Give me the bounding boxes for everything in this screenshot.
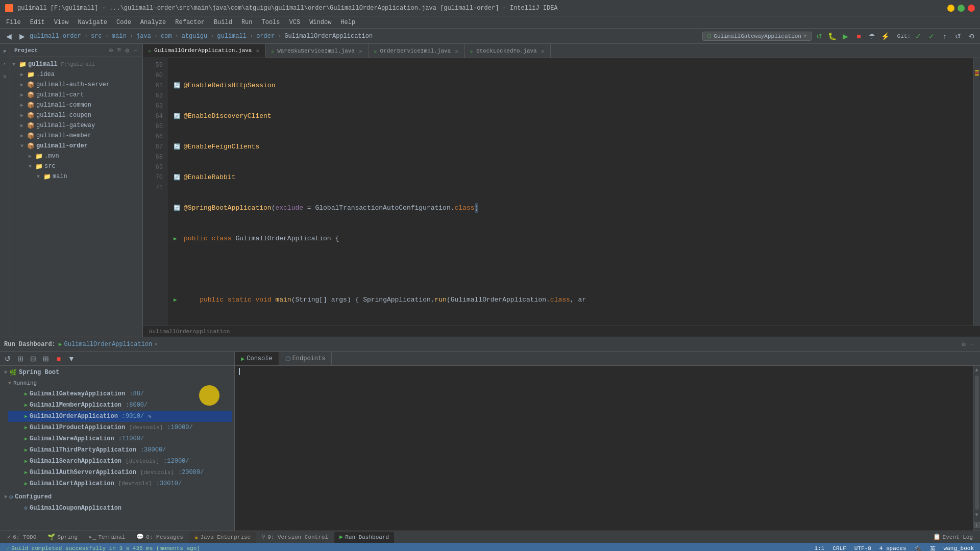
project-settings-btn[interactable]: ⚙ xyxy=(124,46,130,55)
scroll-to-end-btn[interactable]: ↓ xyxy=(974,522,980,528)
tree-common[interactable]: ▶ 📦 gulimall-common xyxy=(10,100,142,110)
run-panel-minimize-btn[interactable]: – xyxy=(969,340,976,348)
menu-code[interactable]: Code xyxy=(112,18,135,27)
breadcrumb-main[interactable]: main xyxy=(112,33,127,40)
run-rerun-btn[interactable]: ↺ xyxy=(2,353,13,364)
breadcrumb-src[interactable]: src xyxy=(91,33,102,40)
menu-navigate[interactable]: Navigate xyxy=(74,18,111,27)
run-category-configured[interactable]: ▼ ⚙ Configured ⚙ GulimallCouponApplicati… xyxy=(0,490,234,515)
maximize-button[interactable] xyxy=(958,5,965,12)
menu-help[interactable]: Help xyxy=(336,18,359,27)
forward-button[interactable]: ▶ xyxy=(16,31,28,42)
project-locate-btn[interactable]: ⊕ xyxy=(108,46,114,55)
favorites-icon[interactable]: ★ xyxy=(1,60,9,68)
git-history-button[interactable]: ↺ xyxy=(952,31,964,42)
menu-tools[interactable]: Tools xyxy=(258,18,284,27)
scroll-down-arrow[interactable]: ▼ xyxy=(973,511,979,519)
tree-order[interactable]: ▼ 📦 gulimall-order xyxy=(10,141,142,151)
menu-analyze[interactable]: Analyze xyxy=(136,18,170,27)
tab-close-2[interactable]: ✕ xyxy=(358,47,363,55)
tab-terminal[interactable]: ▸_ Terminal xyxy=(84,532,130,543)
coverage-button[interactable]: ☂ xyxy=(867,31,878,42)
web-icon[interactable]: W xyxy=(1,72,9,81)
tab-version-control[interactable]: ⑂ 9: Version Control xyxy=(257,532,333,543)
menu-window[interactable]: Window xyxy=(305,18,335,27)
console-tab-endpoints[interactable]: ⬡ Endpoints xyxy=(279,352,332,365)
run-stop-btn[interactable]: ■ xyxy=(53,353,64,364)
tree-order-mvn[interactable]: ▶ 📁 .mvn xyxy=(10,151,142,161)
git-revert-button[interactable]: ⟲ xyxy=(966,31,977,42)
breadcrumb-order[interactable]: order xyxy=(256,33,275,40)
git-push-button[interactable]: ↑ xyxy=(939,31,950,42)
menu-vcs[interactable]: VCS xyxy=(285,18,305,27)
breadcrumb-project[interactable]: gulimall-order xyxy=(30,33,81,40)
tree-order-src[interactable]: ▼ 📁 src xyxy=(10,161,142,171)
status-indent[interactable]: 4 spaces xyxy=(877,545,909,551)
tab-stock-locked-to[interactable]: ☕ StockLockedTo.java ✕ xyxy=(465,44,551,58)
run-app-member[interactable]: ▶ GulimallMemberApplication :8000/ xyxy=(8,399,232,411)
window-controls[interactable] xyxy=(947,5,975,12)
breadcrumb-com[interactable]: com xyxy=(161,33,172,40)
git-update-button[interactable]: ✓ xyxy=(913,31,924,42)
run-filter-btn[interactable]: ▼ xyxy=(66,353,77,364)
tree-root-gulimall[interactable]: ▼ 📁 gulimall F:\gulimall xyxy=(10,59,142,69)
project-icon[interactable]: P xyxy=(1,48,9,56)
editor-content[interactable]: 59 60 61 62 63 64 65 66 67 68 69 70 71 xyxy=(143,58,980,325)
scroll-up-arrow[interactable]: ▲ xyxy=(973,366,979,374)
tab-todo[interactable]: ✓ 6: TODO xyxy=(2,532,41,543)
run-app-cart[interactable]: ▶ GulimallCartApplication [devtools] :30… xyxy=(8,478,232,489)
tab-gulimall-order-application[interactable]: ☕ GulimallOrderApplication.java ✕ xyxy=(143,44,266,58)
tree-member[interactable]: ▶ 📦 gulimall-member xyxy=(10,131,142,141)
run-collapse-btn[interactable]: ⊟ xyxy=(28,353,39,364)
run-app-search[interactable]: ▶ GulimallSearchApplication [devtools] :… xyxy=(8,456,232,467)
git-commit-button[interactable]: ✓ xyxy=(926,31,937,42)
run-app-third-party[interactable]: ▶ GulimallThirdPartyApplication :30000/ xyxy=(8,444,232,456)
menu-file[interactable]: File xyxy=(2,18,25,27)
run-category-spring-boot[interactable]: ▼ 🌿 Spring Boot ▼ Running ▶ GulimallGate… xyxy=(0,366,234,490)
tree-cart[interactable]: ▶ 📦 gulimall-cart xyxy=(10,90,142,100)
console-scrollbar[interactable]: ▲ ▼ ↓ xyxy=(973,366,980,531)
status-encoding[interactable]: UTF-8 xyxy=(852,545,873,551)
tab-event-log[interactable]: 📋 Event Log xyxy=(928,532,978,543)
console-body[interactable] xyxy=(235,366,973,531)
run-app-auth-server[interactable]: ▶ GulimallAuthServerApplication [devtool… xyxy=(8,467,232,478)
debug-button[interactable]: 🐛 xyxy=(827,31,838,42)
menu-refactor[interactable]: Refactor xyxy=(171,18,209,27)
tree-auth-server[interactable]: ▶ 📦 gulimall-auth-server xyxy=(10,80,142,90)
tree-coupon[interactable]: ▶ 📦 gulimall-coupon xyxy=(10,110,142,120)
run-view-btn[interactable]: ⊞ xyxy=(40,353,52,364)
run-app-order[interactable]: ▶ GulimallOrderApplication :9010/ ✎ xyxy=(8,411,232,422)
breadcrumb-gulimall[interactable]: gulimall xyxy=(217,33,247,40)
tab-messages[interactable]: 💬 0: Messages xyxy=(131,532,188,543)
menu-run[interactable]: Run xyxy=(237,18,257,27)
tab-waresku-service-impl[interactable]: ☕ WareSkuServiceImpl.java ✕ xyxy=(266,44,369,58)
menu-edit[interactable]: Edit xyxy=(26,18,49,27)
run-panel-app-close[interactable]: ✕ xyxy=(154,341,158,347)
tab-order-service-impl[interactable]: ☕ OrderServiceImpl.java ✕ xyxy=(369,44,465,58)
close-button[interactable] xyxy=(968,5,975,12)
refresh-button[interactable]: ↺ xyxy=(814,31,825,42)
tree-idea[interactable]: ▶ 📁 .idea xyxy=(10,69,142,80)
run-app-coupon[interactable]: ⚙ GulimallCouponApplication xyxy=(8,503,232,514)
back-button[interactable]: ◀ xyxy=(3,31,14,42)
code-lines[interactable]: 🔄@EnableRedisHttpSession 🔄@EnableDiscove… xyxy=(167,58,973,325)
minimize-button[interactable] xyxy=(947,5,954,12)
run-config-selector[interactable]: ⬡ GulimallGatewayApplication ▼ xyxy=(702,32,811,41)
tab-run-dashboard[interactable]: ▶ Run Dashboard xyxy=(334,532,394,543)
scroll-track[interactable] xyxy=(975,375,979,510)
menu-build[interactable]: Build xyxy=(210,18,236,27)
tab-java-enterprise[interactable]: ☕ Java Enterprise xyxy=(189,532,256,543)
run-panel-settings-btn[interactable]: ⚙ xyxy=(962,340,966,348)
run-expand-btn[interactable]: ⊞ xyxy=(15,353,26,364)
breadcrumb-atguigu[interactable]: atguigu xyxy=(182,33,207,40)
tab-close-1[interactable]: ✕ xyxy=(255,47,260,55)
status-line-ending[interactable]: CRLF xyxy=(830,545,848,551)
tab-spring[interactable]: 🌱 Spring xyxy=(42,532,83,543)
tab-close-3[interactable]: ✕ xyxy=(454,47,459,55)
status-lang[interactable]: 英 xyxy=(928,545,938,552)
tree-order-main[interactable]: ▼ 📁 main xyxy=(10,171,142,182)
run-app-gateway[interactable]: ▶ GulimallGatewayApplication :88/ xyxy=(8,388,232,399)
run-app-product[interactable]: ▶ GulimallProductApplication [devtools] … xyxy=(8,422,232,433)
breadcrumb-java[interactable]: java xyxy=(136,33,151,40)
tree-gateway[interactable]: ▶ 📦 gulimall-gateway xyxy=(10,120,142,131)
